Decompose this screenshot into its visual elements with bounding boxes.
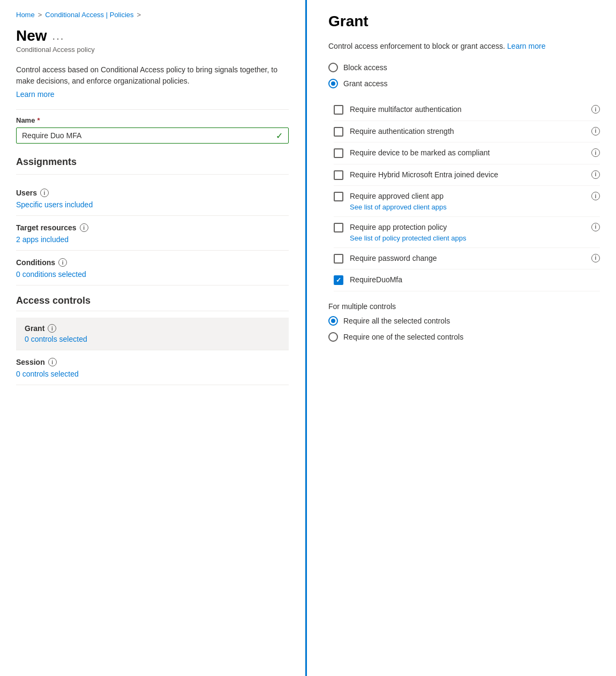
- require-all-radio[interactable]: Require all the selected controls: [328, 316, 600, 326]
- checkbox-item-device-compliant: Require device to be marked as compliant…: [334, 142, 600, 164]
- checkbox-item-hybrid-entra: Require Hybrid Microsoft Entra joined de…: [334, 164, 600, 186]
- panel-description: Control access enforcement to block or g…: [328, 41, 600, 52]
- checkbox-item-auth-strength: Require authentication strength i: [334, 121, 600, 143]
- users-info-icon[interactable]: i: [40, 189, 49, 197]
- checkbox-device-compliant[interactable]: [334, 148, 343, 158]
- block-access-radio[interactable]: Block access: [328, 63, 600, 72]
- checkmark-icon: ✓: [276, 131, 283, 141]
- checkbox-require-duo-mfa-content: RequireDuoMfa: [350, 275, 600, 286]
- conditions-assignment: Conditions i 0 conditions selected: [16, 251, 289, 286]
- grant-item[interactable]: Grant i 0 controls selected: [16, 318, 289, 350]
- checkbox-device-compliant-info[interactable]: i: [591, 148, 600, 157]
- checkbox-item-approved-client: Require approved client app See list of …: [334, 186, 600, 217]
- grant-access-radio-circle: [328, 79, 338, 88]
- grant-access-radio[interactable]: Grant access: [328, 79, 600, 88]
- checkbox-item-app-protection: Require app protection policy See list o…: [334, 217, 600, 248]
- page-subtitle: Conditional Access policy: [16, 46, 289, 54]
- block-access-label: Block access: [343, 63, 387, 72]
- checkbox-app-protection-info[interactable]: i: [591, 223, 600, 231]
- multiple-controls-label: For multiple controls: [328, 302, 600, 311]
- checkbox-approved-client-label: Require approved client app: [350, 192, 444, 200]
- users-label: Users: [16, 189, 37, 197]
- left-panel: Home > Conditional Access | Policies > N…: [0, 0, 305, 676]
- approved-client-link[interactable]: See list of approved client apps: [350, 203, 585, 211]
- page-title: New ...: [16, 27, 289, 44]
- checkbox-mfa-label: Require multifactor authentication: [350, 105, 462, 114]
- checkbox-app-protection[interactable]: [334, 223, 343, 232]
- checkbox-auth-strength[interactable]: [334, 127, 343, 137]
- breadcrumb-sep1: >: [38, 11, 42, 19]
- target-resources-value[interactable]: 2 apps included: [16, 235, 289, 244]
- checkbox-item-password-change: Require password change i: [334, 248, 600, 270]
- session-item: Session i 0 controls selected: [16, 350, 289, 385]
- checkbox-device-compliant-label: Require device to be marked as compliant: [350, 148, 490, 157]
- users-assignment: Users i Specific users included: [16, 181, 289, 216]
- checkbox-password-change[interactable]: [334, 254, 343, 264]
- checkbox-item-require-duo-mfa: RequireDuoMfa: [334, 269, 600, 291]
- grant-access-label: Grant access: [343, 79, 387, 88]
- checkbox-auth-strength-content: Require authentication strength: [350, 126, 585, 137]
- checkbox-auth-strength-info[interactable]: i: [591, 127, 600, 136]
- require-one-radio[interactable]: Require one of the selected controls: [328, 332, 600, 342]
- grant-label-text: Grant: [25, 324, 44, 333]
- checkbox-password-change-info[interactable]: i: [591, 254, 600, 262]
- conditions-info-icon[interactable]: i: [58, 258, 67, 267]
- checkbox-mfa-content: Require multifactor authentication: [350, 104, 585, 115]
- conditions-label: Conditions: [16, 258, 55, 267]
- grant-value[interactable]: 0 controls selected: [25, 335, 280, 343]
- page-title-dots[interactable]: ...: [52, 30, 65, 42]
- name-label: Name *: [16, 116, 289, 124]
- access-controls-title: Access controls: [16, 295, 289, 306]
- access-radio-group: Block access Grant access: [328, 63, 600, 88]
- checkbox-require-duo-mfa-label: RequireDuoMfa: [350, 275, 402, 284]
- learn-more-link-right[interactable]: Learn more: [507, 42, 546, 50]
- users-value[interactable]: Specific users included: [16, 200, 289, 209]
- target-resources-assignment: Target resources i 2 apps included: [16, 216, 289, 251]
- checkbox-item-mfa: Require multifactor authentication i: [334, 99, 600, 121]
- right-panel: Grant Control access enforcement to bloc…: [305, 0, 616, 676]
- panel-title: Grant: [328, 13, 600, 30]
- breadcrumb-home[interactable]: Home: [16, 11, 35, 19]
- checkbox-require-duo-mfa[interactable]: [334, 275, 343, 285]
- grant-checkbox-list: Require multifactor authentication i Req…: [334, 99, 600, 291]
- require-all-label: Require all the selected controls: [343, 317, 450, 325]
- checkbox-password-change-content: Require password change: [350, 253, 585, 264]
- breadcrumb-sep2: >: [137, 11, 141, 19]
- page-title-text: New: [16, 27, 47, 44]
- checkbox-hybrid-entra[interactable]: [334, 170, 343, 180]
- checkbox-approved-client-content: Require approved client app See list of …: [350, 191, 585, 211]
- target-resources-label: Target resources: [16, 223, 77, 232]
- checkbox-password-change-label: Require password change: [350, 254, 437, 262]
- required-star: *: [37, 116, 40, 124]
- learn-more-link-left[interactable]: Learn more: [16, 90, 55, 99]
- breadcrumb: Home > Conditional Access | Policies >: [16, 11, 289, 19]
- multiple-controls-section: For multiple controls Require all the se…: [328, 302, 600, 342]
- checkbox-device-compliant-content: Require device to be marked as compliant: [350, 148, 585, 159]
- conditions-value[interactable]: 0 conditions selected: [16, 270, 289, 279]
- grant-info-icon[interactable]: i: [48, 324, 56, 333]
- name-input-value: Require Duo MFA: [22, 131, 269, 140]
- target-resources-info-icon[interactable]: i: [80, 223, 88, 232]
- checkbox-hybrid-entra-label: Require Hybrid Microsoft Entra joined de…: [350, 170, 498, 179]
- checkbox-mfa[interactable]: [334, 105, 343, 115]
- assignments-title: Assignments: [16, 156, 289, 168]
- block-access-radio-circle: [328, 63, 338, 72]
- session-info-icon[interactable]: i: [48, 358, 57, 366]
- session-value[interactable]: 0 controls selected: [16, 370, 289, 378]
- checkbox-mfa-info[interactable]: i: [591, 105, 600, 114]
- checkbox-auth-strength-label: Require authentication strength: [350, 127, 454, 136]
- policy-description: Control access based on Conditional Acce…: [16, 64, 289, 87]
- checkbox-hybrid-entra-info[interactable]: i: [591, 170, 600, 179]
- checkbox-approved-client[interactable]: [334, 192, 343, 201]
- app-protection-link[interactable]: See list of policy protected client apps: [350, 234, 585, 242]
- checkbox-app-protection-content: Require app protection policy See list o…: [350, 222, 585, 242]
- require-one-label: Require one of the selected controls: [343, 333, 463, 341]
- session-label: Session: [16, 358, 45, 366]
- require-all-radio-circle: [328, 316, 338, 326]
- checkbox-hybrid-entra-content: Require Hybrid Microsoft Entra joined de…: [350, 170, 585, 181]
- checkbox-app-protection-label: Require app protection policy: [350, 223, 447, 231]
- checkbox-approved-client-info[interactable]: i: [591, 192, 600, 200]
- name-input[interactable]: Require Duo MFA ✓: [16, 127, 289, 144]
- require-one-radio-circle: [328, 332, 338, 342]
- breadcrumb-policies[interactable]: Conditional Access | Policies: [45, 11, 133, 19]
